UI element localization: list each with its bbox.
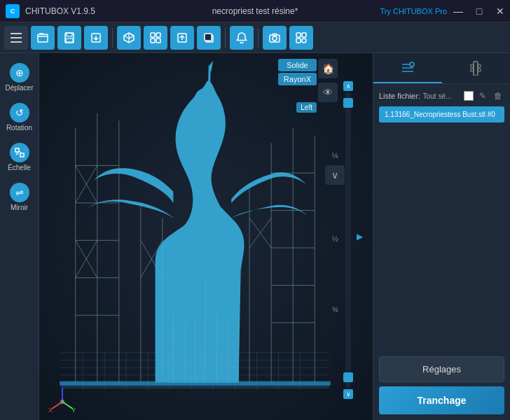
xray-view-button[interactable]: RayonX [278,73,317,85]
move-icon: ⊕ [10,63,29,83]
svg-text:X: X [48,407,53,412]
svg-rect-9 [156,38,160,43]
export-button[interactable] [170,26,194,50]
slider-track[interactable]: ¼ ½ ¾ [345,92,351,388]
viewport-3d[interactable]: 🏠 👁 Solide RayonX Left ∨ ∧ ¼ [39,53,373,420]
app-logo: C [6,4,20,18]
home-view-button[interactable]: 🏠 [318,59,338,78]
main-content: ⊕ Déplacer ↺ Rotation Échelle ⇌ Miroir [0,53,510,420]
eye-view-button[interactable]: 👁 [318,83,338,102]
svg-rect-92 [478,69,481,71]
svg-rect-18 [296,38,301,43]
document-title: necropriest test résine* [212,6,298,16]
view-mode-buttons: Solide RayonX [278,59,317,87]
right-panel-buttons: Réglages Tranchage [373,351,510,420]
reglages-button[interactable]: Réglages [379,356,504,382]
settings-button[interactable] [289,26,313,50]
svg-rect-91 [471,69,474,71]
quarter-label: ¼ [332,151,338,160]
edit-file-button[interactable]: ✎ [476,90,489,102]
layer-slider: ∧ ¼ ½ ¾ ∨ [343,81,353,399]
viewport-controls: 🏠 👁 [318,59,338,102]
right-panel-tabs [373,53,510,84]
toolbar-separator [112,28,113,48]
svg-text:Z: Z [60,380,64,387]
menu-line [11,33,22,34]
slider-thumb-bottom[interactable] [343,372,353,382]
maximize-button[interactable]: □ [469,0,489,22]
svg-rect-0 [38,34,48,42]
slider-up-button[interactable]: ∧ [343,81,353,91]
model-scene [39,53,373,420]
tranchage-button[interactable]: Tranchage [379,386,504,414]
right-panel: Liste fichier: Tout sé... ✎ 🗑 1.13166_Ne… [373,53,510,420]
svg-rect-8 [151,38,155,43]
svg-rect-7 [156,33,160,37]
toolbar [0,22,510,53]
tab-settings[interactable] [373,53,442,83]
file-list-header: Liste fichier: Tout sé... ✎ 🗑 [379,90,504,102]
delete-file-button[interactable]: 🗑 [492,90,504,102]
svg-rect-3 [66,38,73,42]
three-quarter-label: ¾ [332,305,338,314]
move-tool[interactable]: ⊕ Déplacer [4,59,36,96]
half-label: ½ [332,234,338,243]
view3d-button[interactable] [117,26,141,50]
svg-point-87 [410,62,414,66]
layout-button[interactable] [144,26,167,50]
window-controls: — □ ✕ [448,0,510,22]
svg-point-14 [273,36,277,41]
tab-structure[interactable] [442,53,511,83]
move-label: Déplacer [5,84,33,92]
copy-button[interactable] [197,26,221,50]
svg-rect-21 [20,153,24,157]
mirror-icon: ⇌ [10,183,29,202]
try-pro-link[interactable]: Try CHITUBOX Pro [380,7,447,15]
mirror-tool[interactable]: ⇌ Miroir [4,178,36,216]
chevron-down-button[interactable]: ∨ [325,165,345,185]
minimize-button[interactable]: — [448,0,468,22]
svg-rect-6 [151,33,155,37]
close-button[interactable]: ✕ [490,0,510,22]
xyz-indicator: X Y Z [45,377,80,414]
app-title: CHITUBOX V1.9.5 [25,6,95,16]
svg-point-68 [193,88,215,115]
right-panel-spacer [373,130,510,351]
svg-rect-90 [478,64,481,67]
slider-expand-button[interactable]: ▶ [357,232,363,241]
scale-label: Échelle [8,164,31,172]
svg-text:Y: Y [71,407,76,412]
toolbar-separator [225,28,226,48]
color-picker[interactable] [464,91,474,101]
svg-rect-76 [60,381,331,385]
left-view-button[interactable]: Left [296,102,317,113]
svg-rect-20 [15,148,19,152]
rotate-icon: ↺ [10,103,29,122]
svg-rect-17 [302,33,306,37]
rotate-tool[interactable]: ↺ Rotation [4,99,36,136]
menu-button[interactable] [4,26,28,50]
svg-rect-89 [471,64,474,67]
svg-point-19 [302,38,306,43]
menu-line [11,41,22,43]
title-bar: C CHITUBOX V1.9.5 necropriest test résin… [0,0,510,22]
svg-rect-88 [474,62,478,76]
import-button[interactable] [84,26,108,50]
mirror-label: Miroir [11,204,28,211]
file-list-label: Liste fichier: [379,92,420,100]
menu-line [11,37,22,38]
camera-button[interactable] [263,26,287,50]
slider-down-button[interactable]: ∨ [343,389,353,399]
save-button[interactable] [57,26,81,50]
file-list-section: Liste fichier: Tout sé... ✎ 🗑 1.13166_Ne… [373,84,510,130]
scale-tool[interactable]: Échelle [4,139,36,176]
file-item[interactable]: 1.13166_Necropriestess Bust.stl #0 [379,106,504,122]
toolbar-separator [258,28,259,48]
file-filter-label: Tout sé... [423,92,461,100]
solid-view-button[interactable]: Solide [278,59,317,71]
svg-rect-12 [205,34,212,41]
open-button[interactable] [31,26,55,50]
left-panel-buttons: Left [296,102,317,113]
bell-button[interactable] [230,26,254,50]
slider-thumb-top[interactable] [343,98,353,108]
